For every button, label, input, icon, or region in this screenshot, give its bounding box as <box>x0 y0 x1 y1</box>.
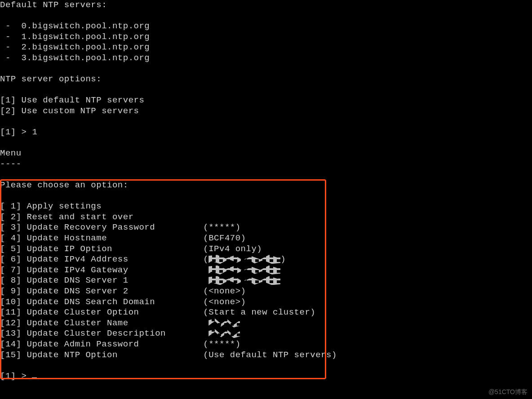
menu-item[interactable]: [10] Update DNS Search Domain (<none>) <box>0 297 532 308</box>
menu-item[interactable]: [ 5] Update IP Option (IPv4 only) <box>0 244 532 255</box>
ntp-server: - 0.bigswitch.pool.ntp.org <box>0 21 532 32</box>
redacted-value <box>208 329 240 338</box>
redacted-value <box>208 319 240 328</box>
ntp-server: - 3.bigswitch.pool.ntp.org <box>0 53 532 64</box>
menu-title: Menu <box>0 148 532 159</box>
menu-item-tail: ) <box>280 254 286 264</box>
menu-item-text: [ 8] Update DNS Server 1 <box>0 275 208 285</box>
ntp-server: - 2.bigswitch.pool.ntp.org <box>0 42 532 53</box>
redacted-value <box>208 255 280 264</box>
menu-item-text: [12] Update Cluster Name <box>0 318 208 328</box>
menu-item-text: [13] Update Cluster Description <box>0 328 208 338</box>
menu-item[interactable]: [13] Update Cluster Description <box>0 328 532 339</box>
cursor-icon <box>32 377 37 379</box>
terminal-output: Default NTP servers: - 0.bigswitch.pool.… <box>0 0 532 381</box>
menu-item[interactable]: [ 7] Update IPv4 Gateway <box>0 265 532 276</box>
blank <box>0 85 532 96</box>
blank <box>0 117 532 128</box>
prompt-text: [1] > <box>0 371 32 381</box>
menu-item[interactable]: [15] Update NTP Option (Use default NTP … <box>0 350 532 361</box>
menu-item[interactable]: [12] Update Cluster Name <box>0 318 532 329</box>
ntp-header: Default NTP servers: <box>0 0 532 11</box>
menu-rule: ---- <box>0 159 532 170</box>
menu-item[interactable]: [ 3] Update Recovery Password (*****) <box>0 222 532 233</box>
menu-item[interactable]: [ 8] Update DNS Server 1 <box>0 275 532 286</box>
menu-item[interactable]: [ 4] Update Hostname (BCF470) <box>0 233 532 244</box>
ntp-options-header: NTP server options: <box>0 74 532 85</box>
menu-item[interactable]: [ 1] Apply settings <box>0 201 532 212</box>
blank <box>0 360 532 371</box>
blank <box>0 138 532 149</box>
ntp-option: [2] Use custom NTP servers <box>0 106 532 117</box>
blank <box>0 191 532 202</box>
menu-prompt[interactable]: [1] > <box>0 371 532 382</box>
menu-item-text: [ 6] Update IPv4 Address ( <box>0 254 208 264</box>
ntp-server: - 1.bigswitch.pool.ntp.org <box>0 32 532 43</box>
blank <box>0 11 532 22</box>
redacted-value <box>208 266 280 275</box>
menu-item[interactable]: [14] Update Admin Password (*****) <box>0 339 532 350</box>
menu-choose: Please choose an option: <box>0 180 532 191</box>
ntp-option: [1] Use default NTP servers <box>0 95 532 106</box>
menu-item-text: [ 7] Update IPv4 Gateway <box>0 265 208 275</box>
blank <box>0 170 532 181</box>
watermark: @51CTO博客 <box>488 388 528 396</box>
redacted-value <box>208 276 280 285</box>
ntp-prompt-answer: [1] > 1 <box>0 127 532 138</box>
menu-item[interactable]: [ 6] Update IPv4 Address () <box>0 254 532 265</box>
menu-item[interactable]: [11] Update Cluster Option (Start a new … <box>0 307 532 318</box>
blank <box>0 64 532 75</box>
menu-item[interactable]: [ 2] Reset and start over <box>0 212 532 223</box>
menu-item[interactable]: [ 9] Update DNS Server 2 (<none>) <box>0 286 532 297</box>
